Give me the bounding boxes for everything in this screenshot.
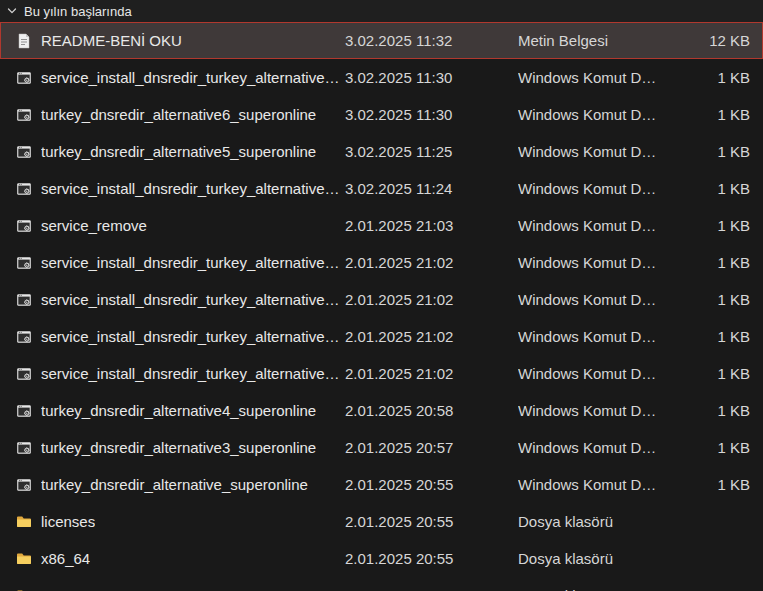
date-modified: 2.01.2025 20:55 [345, 587, 518, 591]
table-row[interactable]: service_install_dnsredir_turkey_alternat… [0, 59, 763, 96]
windows-command-script-icon [16, 255, 32, 271]
windows-command-script-icon [16, 366, 32, 382]
file-size: 12 KB [693, 32, 763, 49]
windows-command-script-icon [16, 477, 32, 493]
file-name: service_install_dnsredir_turkey_alternat… [41, 69, 339, 86]
file-size: 1 KB [693, 365, 763, 382]
name-cell: turkey_dnsredir_alternative_superonline [0, 476, 345, 493]
file-name: x86_64 [41, 550, 90, 567]
file-size: 1 KB [693, 402, 763, 419]
name-cell: service_install_dnsredir_turkey_alternat… [0, 254, 345, 271]
table-row[interactable]: service_install_dnsredir_turkey_alternat… [0, 281, 763, 318]
file-size: 1 KB [693, 439, 763, 456]
table-row[interactable]: turkey_dnsredir_alternative4_superonline… [0, 392, 763, 429]
date-modified: 3.02.2025 11:25 [345, 143, 518, 160]
name-cell: turkey_dnsredir_alternative3_superonline [0, 439, 345, 456]
file-type: Windows Komut D… [518, 143, 693, 160]
file-name: turkey_dnsredir_alternative_superonline [41, 476, 308, 493]
name-cell: service_install_dnsredir_turkey_alternat… [0, 69, 345, 86]
file-type: Windows Komut D… [518, 476, 693, 493]
name-cell: turkey_dnsredir_alternative6_superonline [0, 106, 345, 123]
name-cell: licenses [0, 513, 345, 530]
windows-command-script-icon [16, 107, 32, 123]
name-cell: service_install_dnsredir_turkey_alternat… [0, 328, 345, 345]
table-row[interactable]: service_install_dnsredir_turkey_alternat… [0, 318, 763, 355]
date-modified: 2.01.2025 20:58 [345, 402, 518, 419]
file-name: service_remove [41, 217, 147, 234]
file-type: Windows Komut D… [518, 217, 693, 234]
windows-command-script-icon [16, 181, 32, 197]
table-row[interactable]: turkey_dnsredir_alternative6_superonline… [0, 96, 763, 133]
file-size: 1 KB [693, 217, 763, 234]
name-cell [0, 588, 345, 591]
file-name: README-BENİ OKU [41, 32, 182, 49]
file-type: Dosya klasörü [518, 513, 693, 530]
name-cell: service_install_dnsredir_turkey_alternat… [0, 365, 345, 382]
table-row[interactable]: service_install_dnsredir_turkey_alternat… [0, 355, 763, 392]
date-modified: 3.02.2025 11:30 [345, 69, 518, 86]
table-row[interactable]: x86_64 2.01.2025 20:55 Dosya klasörü [0, 540, 763, 577]
file-type: Dosya klasörü [518, 587, 693, 591]
file-size: 1 KB [693, 328, 763, 345]
file-name: service_install_dnsredir_turkey_alternat… [41, 180, 339, 197]
file-name: turkey_dnsredir_alternative6_superonline [41, 106, 316, 123]
date-modified: 2.01.2025 20:55 [345, 476, 518, 493]
file-type: Windows Komut D… [518, 180, 693, 197]
file-size: 1 KB [693, 143, 763, 160]
file-type: Dosya klasörü [518, 550, 693, 567]
date-modified: 2.01.2025 20:55 [345, 513, 518, 530]
folder-icon [16, 514, 32, 530]
folder-icon [16, 588, 32, 591]
date-modified: 3.02.2025 11:30 [345, 106, 518, 123]
table-row[interactable]: service_remove 2.01.2025 21:03 Windows K… [0, 207, 763, 244]
name-cell: service_install_dnsredir_turkey_alternat… [0, 180, 345, 197]
date-modified: 2.01.2025 21:02 [345, 365, 518, 382]
file-name: service_install_dnsredir_turkey_alternat… [41, 328, 339, 345]
group-header[interactable]: Bu yılın başlarında [0, 0, 763, 22]
windows-command-script-icon [16, 292, 32, 308]
date-modified: 2.01.2025 21:02 [345, 328, 518, 345]
file-size: 1 KB [693, 476, 763, 493]
date-modified: 3.02.2025 11:24 [345, 180, 518, 197]
table-row[interactable]: turkey_dnsredir_alternative5_superonline… [0, 133, 763, 170]
file-size: 1 KB [693, 106, 763, 123]
windows-command-script-icon [16, 144, 32, 160]
date-modified: 2.01.2025 20:57 [345, 439, 518, 456]
chevron-down-icon[interactable] [7, 6, 17, 16]
date-modified: 2.01.2025 20:55 [345, 550, 518, 567]
table-row[interactable]: service_install_dnsredir_turkey_alternat… [0, 170, 763, 207]
name-cell: README-BENİ OKU [0, 32, 345, 49]
file-type: Windows Komut D… [518, 328, 693, 345]
file-size: 1 KB [693, 180, 763, 197]
name-cell: service_remove [0, 217, 345, 234]
file-name: turkey_dnsredir_alternative4_superonline [41, 402, 316, 419]
group-header-label: Bu yılın başlarında [24, 4, 132, 19]
text-document-icon [16, 33, 32, 49]
file-name: licenses [41, 513, 95, 530]
table-row[interactable]: licenses 2.01.2025 20:55 Dosya klasörü [0, 503, 763, 540]
table-row[interactable]: 2.01.2025 20:55 Dosya klasörü [0, 577, 763, 591]
windows-command-script-icon [16, 403, 32, 419]
file-name: service_install_dnsredir_turkey_alternat… [41, 254, 339, 271]
name-cell: service_install_dnsredir_turkey_alternat… [0, 291, 345, 308]
file-type: Windows Komut D… [518, 365, 693, 382]
file-type: Windows Komut D… [518, 291, 693, 308]
file-type: Windows Komut D… [518, 69, 693, 86]
file-type: Windows Komut D… [518, 402, 693, 419]
file-size: 1 KB [693, 291, 763, 308]
table-row[interactable]: turkey_dnsredir_alternative3_superonline… [0, 429, 763, 466]
date-modified: 2.01.2025 21:02 [345, 291, 518, 308]
file-type: Metin Belgesi [518, 32, 693, 49]
date-modified: 3.02.2025 11:32 [345, 32, 518, 49]
windows-command-script-icon [16, 70, 32, 86]
date-modified: 2.01.2025 21:03 [345, 217, 518, 234]
file-name: turkey_dnsredir_alternative3_superonline [41, 439, 316, 456]
file-size: 1 KB [693, 254, 763, 271]
table-row[interactable]: README-BENİ OKU 3.02.2025 11:32 Metin Be… [0, 22, 763, 59]
name-cell: turkey_dnsredir_alternative4_superonline [0, 402, 345, 419]
file-name: service_install_dnsredir_turkey_alternat… [41, 291, 339, 308]
windows-command-script-icon [16, 218, 32, 234]
file-name: turkey_dnsredir_alternative5_superonline [41, 143, 316, 160]
table-row[interactable]: turkey_dnsredir_alternative_superonline … [0, 466, 763, 503]
table-row[interactable]: service_install_dnsredir_turkey_alternat… [0, 244, 763, 281]
